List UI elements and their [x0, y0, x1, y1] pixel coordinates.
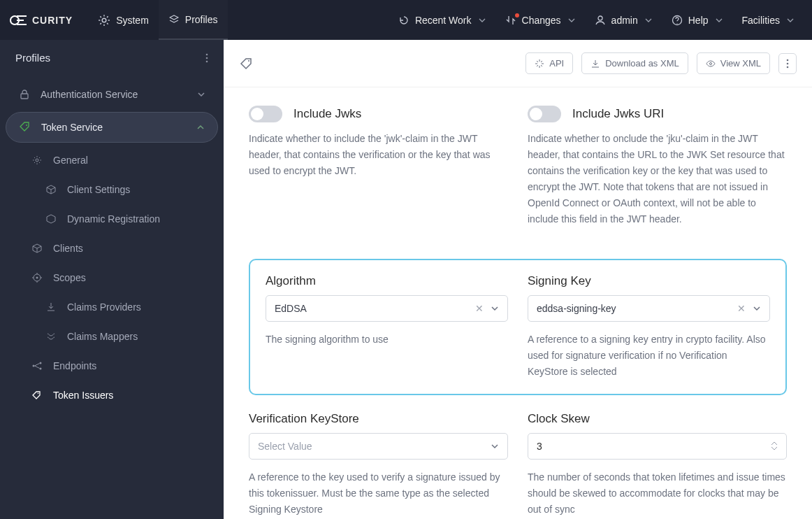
field-label: Include Jwks URI: [572, 107, 664, 121]
chevron-down-icon: [568, 17, 575, 24]
sidebar-item-label: Token Issuers: [53, 390, 113, 401]
lock-icon: [18, 88, 31, 101]
sidebar-item-general[interactable]: General: [18, 145, 218, 175]
svg-point-10: [36, 277, 38, 279]
svg-point-5: [206, 60, 208, 62]
chevron-down-icon[interactable]: [771, 446, 778, 450]
algorithm-select[interactable]: EdDSA ✕: [266, 295, 508, 322]
field-desc: Indicate whether to onclude the 'jku'-cl…: [528, 131, 787, 228]
view-xml-button[interactable]: View XML: [697, 52, 770, 74]
download-icon: [45, 301, 57, 313]
include-jwks-uri-toggle[interactable]: [528, 106, 561, 122]
verification-keystore-select[interactable]: Select Value: [249, 433, 508, 460]
sidebar-item-endpoints[interactable]: Endpoints: [18, 351, 218, 381]
field-verification-keystore: Verification KeyStore Select Value A ref…: [249, 412, 508, 518]
field-algorithm: Algorithm EdDSA ✕ The signing algorithm …: [266, 274, 508, 380]
field-include-jwks-uri: Include Jwks URI Indicate whether to onc…: [528, 106, 787, 228]
field-signing-key: Signing Key eddsa-signing-key ✕ A refere…: [528, 274, 770, 380]
field-clock-skew: Clock Skew 3 The number of seconds that …: [528, 412, 787, 518]
user-icon: [595, 15, 606, 26]
nav-admin[interactable]: admin: [585, 0, 662, 40]
download-xml-button[interactable]: Download as XML: [581, 52, 688, 74]
nav-help-label: Help: [688, 15, 709, 26]
sidebar-item-label: General: [53, 155, 88, 166]
section-token-service[interactable]: Token Service: [6, 112, 218, 143]
more-vertical-icon: [786, 59, 789, 69]
layers-icon: [168, 14, 180, 25]
field-label: Verification KeyStore: [249, 412, 508, 426]
chevron-up-icon[interactable]: [771, 441, 778, 446]
svg-point-15: [248, 60, 249, 62]
target-icon: [31, 271, 43, 284]
svg-point-0: [102, 18, 106, 22]
curity-logo-icon: [8, 15, 27, 26]
more-actions-button[interactable]: [778, 53, 797, 74]
sidebar-item-label: Endpoints: [53, 360, 96, 371]
button-label: View XML: [720, 58, 761, 69]
field-desc: A reference to the key used to verify a …: [249, 469, 508, 518]
main-content: API Download as XML View XML Include Jwk…: [224, 40, 812, 519]
chevron-down-icon: [491, 442, 499, 450]
svg-point-18: [787, 62, 789, 64]
more-vertical-icon[interactable]: [205, 53, 208, 63]
sidebar-item-label: Claims Mappers: [67, 331, 138, 342]
sidebar-item-label: Scopes: [53, 272, 86, 283]
input-value: 3: [537, 441, 771, 452]
nav-facilities-label: Facilities: [742, 15, 780, 26]
nav-changes-label: Changes: [522, 15, 561, 26]
svg-point-13: [40, 368, 42, 370]
signing-key-select[interactable]: eddsa-signing-key ✕: [528, 295, 770, 322]
chevron-down-icon: [753, 304, 761, 313]
include-jwks-toggle[interactable]: [249, 106, 282, 122]
eye-icon: [706, 59, 716, 69]
changes-icon: [505, 15, 516, 26]
svg-point-11: [33, 365, 35, 367]
button-label: API: [549, 58, 564, 69]
brand-logo[interactable]: CURITY: [8, 15, 73, 26]
brand-text: CURITY: [32, 15, 73, 26]
chevron-down-icon: [787, 17, 794, 24]
settings-icon: [31, 154, 43, 166]
clock-skew-input[interactable]: 3: [528, 433, 787, 460]
nav-help[interactable]: Help: [662, 0, 732, 40]
nav-profiles[interactable]: Profiles: [159, 0, 228, 40]
nav-system[interactable]: System: [88, 0, 159, 40]
field-label: Include Jwks: [293, 107, 361, 121]
network-icon: [31, 360, 43, 372]
nav-changes[interactable]: Changes: [495, 0, 585, 40]
svg-point-14: [38, 393, 39, 394]
svg-point-19: [787, 66, 789, 68]
sidebar-item-token-issuers[interactable]: Token Issuers: [18, 381, 218, 410]
chevron-up-icon: [196, 123, 205, 131]
number-stepper[interactable]: [771, 441, 778, 450]
nav-facilities[interactable]: Facilities: [732, 0, 804, 40]
svg-point-8: [36, 159, 38, 162]
section-authentication-service[interactable]: Authentication Service: [6, 80, 218, 109]
clear-icon[interactable]: ✕: [475, 303, 484, 314]
help-icon: [672, 15, 683, 26]
clear-icon[interactable]: ✕: [737, 303, 746, 314]
section-label: Authentication Service: [41, 89, 138, 100]
select-value: eddsa-signing-key: [537, 303, 737, 314]
box-settings-icon: [45, 183, 57, 196]
nav-recent-work[interactable]: Recent Work: [389, 0, 495, 40]
sidebar-item-clients[interactable]: Clients: [18, 234, 218, 263]
map-icon: [45, 330, 57, 343]
field-label: Algorithm: [266, 274, 508, 288]
svg-point-17: [787, 59, 789, 61]
api-button[interactable]: API: [525, 52, 573, 74]
toolbar: API Download as XML View XML: [224, 40, 812, 87]
sidebar-item-claims-providers[interactable]: Claims Providers: [18, 292, 218, 322]
sidebar-item-label: Client Settings: [67, 184, 130, 195]
field-desc: The number of seconds that token lifetim…: [528, 469, 787, 518]
tag-icon: [31, 389, 43, 401]
tag-outline-icon: [239, 56, 254, 71]
sidebar-item-client-settings[interactable]: Client Settings: [18, 175, 218, 204]
svg-point-16: [709, 62, 711, 64]
section-label: Token Service: [41, 122, 103, 133]
select-placeholder: Select Value: [258, 441, 491, 452]
svg-point-1: [598, 16, 602, 20]
sidebar-item-claims-mappers[interactable]: Claims Mappers: [18, 322, 218, 351]
sidebar-item-scopes[interactable]: Scopes: [18, 263, 218, 292]
sidebar-item-dynamic-registration[interactable]: Dynamic Registration: [18, 204, 218, 234]
